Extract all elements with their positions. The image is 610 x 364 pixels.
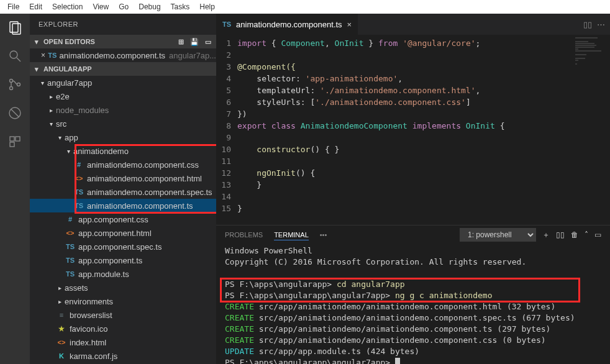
minimap[interactable] <box>573 35 610 225</box>
sidebar-title: EXPLORER <box>30 14 216 35</box>
panel: PROBLEMS TERMINAL ••• 1: powershell ＋ ▯▯… <box>216 225 610 364</box>
debug-icon[interactable] <box>6 104 24 122</box>
overflow-icon[interactable]: ••• <box>320 231 327 239</box>
file-app-spec[interactable]: TSapp.component.spec.ts <box>30 240 216 253</box>
svg-point-6 <box>17 83 20 86</box>
project-label: ANGULARAPP <box>43 65 92 73</box>
open-editors-label: OPEN EDITORS <box>43 38 95 45</box>
menu-edit[interactable]: Edit <box>24 1 47 12</box>
folder-root[interactable]: ▾angular7app <box>30 76 216 89</box>
tab-problems[interactable]: PROBLEMS <box>225 230 263 240</box>
close-icon[interactable]: × <box>347 20 352 29</box>
editor-area: TS animationdemo.component.ts × ▯▯ ⋯ 123… <box>216 14 610 364</box>
file-app-ts[interactable]: TSapp.component.ts <box>30 253 216 267</box>
menu-selection[interactable]: Selection <box>47 1 88 12</box>
karma-file-icon: K <box>56 352 67 360</box>
file-index[interactable]: <>index.html <box>30 335 216 349</box>
search-icon[interactable] <box>6 47 24 65</box>
code-editor[interactable]: 123456789101112131415 import { Component… <box>216 35 610 225</box>
ts-file-icon: TS <box>65 243 76 250</box>
menu-file[interactable]: File <box>2 1 24 12</box>
sidebar: EXPLORER ▾ OPEN EDITORS ⊞ 💾 ▭ × TS anima… <box>30 14 216 364</box>
open-editor-item[interactable]: × TS animationdemo.component.ts angular7… <box>30 48 216 62</box>
extensions-icon[interactable] <box>6 133 24 150</box>
svg-rect-9 <box>10 137 14 141</box>
svg-line-3 <box>17 58 20 61</box>
close-all-icon[interactable]: ▭ <box>203 36 214 47</box>
kill-terminal-icon[interactable]: 🗑 <box>571 230 578 239</box>
file-karma[interactable]: Kkarma.conf.js <box>30 349 216 363</box>
file-anim-html[interactable]: <>animationdemo.component.html <box>30 171 216 185</box>
css-file-icon: # <box>73 161 84 168</box>
file-tree: ▾angular7app ▸e2e ▸node_modules ▾src ▾ap… <box>30 76 216 363</box>
tab-bar: TS animationdemo.component.ts × ▯▯ ⋯ <box>216 14 610 35</box>
menu-help[interactable]: Help <box>194 1 220 12</box>
svg-line-8 <box>11 109 19 117</box>
ts-file-icon: TS <box>48 52 57 59</box>
folder-assets[interactable]: ▸assets <box>30 281 216 294</box>
folder-environments[interactable]: ▸environments <box>30 294 216 308</box>
html-file-icon: <> <box>56 339 67 346</box>
terminal-cursor <box>395 358 400 364</box>
open-editors-list: × TS animationdemo.component.ts angular7… <box>30 48 216 62</box>
file-app-css[interactable]: #app.component.css <box>30 212 216 226</box>
menubar: File Edit Selection View Go Debug Tasks … <box>0 0 610 14</box>
favicon-icon: ★ <box>56 325 67 333</box>
panel-tabs: PROBLEMS TERMINAL ••• 1: powershell ＋ ▯▯… <box>216 225 610 244</box>
folder-app[interactable]: ▾app <box>30 130 216 144</box>
chevron-down-icon: ▾ <box>32 65 41 73</box>
folder-node-modules[interactable]: ▸node_modules <box>30 103 216 117</box>
svg-point-2 <box>10 51 17 58</box>
close-panel-icon[interactable]: ▭ <box>594 230 601 239</box>
split-terminal-icon[interactable]: ▯▯ <box>556 230 565 239</box>
open-editor-hint: angular7ap... <box>169 51 216 60</box>
svg-rect-10 <box>16 137 20 141</box>
svg-rect-11 <box>10 142 14 147</box>
activity-bar <box>0 14 30 364</box>
source-control-icon[interactable] <box>6 76 24 93</box>
html-file-icon: <> <box>73 175 84 182</box>
file-favicon[interactable]: ★favicon.ico <box>30 322 216 335</box>
terminal-selector[interactable]: 1: powershell <box>460 228 536 242</box>
list-file-icon: ≡ <box>56 311 67 319</box>
ts-file-icon: TS <box>65 270 76 278</box>
file-anim-ts[interactable]: TSanimationdemo.component.ts <box>30 199 216 212</box>
svg-point-4 <box>10 80 13 83</box>
new-terminal-icon[interactable]: ＋ <box>542 230 550 240</box>
folder-animationdemo[interactable]: ▾animationdemo <box>30 144 216 158</box>
folder-e2e[interactable]: ▸e2e <box>30 89 216 103</box>
open-editors-header[interactable]: ▾ OPEN EDITORS ⊞ 💾 ▭ <box>30 35 216 48</box>
html-file-icon: <> <box>65 229 76 237</box>
more-actions-icon[interactable]: ⋯ <box>597 20 605 29</box>
chevron-down-icon: ▾ <box>32 38 41 46</box>
ts-file-icon: TS <box>73 202 84 209</box>
file-anim-css[interactable]: #animationdemo.component.css <box>30 158 216 171</box>
file-anim-spec[interactable]: TSanimationdemo.component.spec.ts <box>30 185 216 199</box>
folder-src[interactable]: ▾src <box>30 117 216 130</box>
tab-label: animationdemo.component.ts <box>236 20 342 29</box>
tab-terminal[interactable]: TERMINAL <box>274 230 309 240</box>
ts-file-icon: TS <box>73 188 84 196</box>
file-browserslist[interactable]: ≡browserslist <box>30 308 216 322</box>
save-all-icon[interactable]: 💾 <box>189 36 200 47</box>
menu-go[interactable]: Go <box>114 1 134 12</box>
svg-point-5 <box>10 87 13 90</box>
new-file-icon[interactable]: ⊞ <box>175 36 186 47</box>
code-content[interactable]: import { Component, OnInit } from '@angu… <box>237 35 573 225</box>
file-app-html[interactable]: <>app.component.html <box>30 226 216 240</box>
menu-debug[interactable]: Debug <box>134 1 165 12</box>
menu-tasks[interactable]: Tasks <box>166 1 195 12</box>
maximize-panel-icon[interactable]: ˄ <box>585 230 588 239</box>
split-editor-icon[interactable]: ▯▯ <box>583 20 592 29</box>
close-icon[interactable]: × <box>41 51 45 60</box>
line-numbers: 123456789101112131415 <box>216 35 237 225</box>
ts-file-icon: TS <box>222 20 231 28</box>
explorer-icon[interactable] <box>6 19 24 36</box>
editor-tab[interactable]: TS animationdemo.component.ts × <box>216 14 358 35</box>
terminal-output[interactable]: Windows PowerShell Copyright (C) 2016 Mi… <box>216 244 610 364</box>
project-header[interactable]: ▾ ANGULARAPP <box>30 62 216 76</box>
open-editor-name: animationdemo.component.ts <box>60 51 166 60</box>
menu-view[interactable]: View <box>88 1 114 12</box>
ts-file-icon: TS <box>65 257 76 264</box>
file-app-module[interactable]: TSapp.module.ts <box>30 267 216 281</box>
